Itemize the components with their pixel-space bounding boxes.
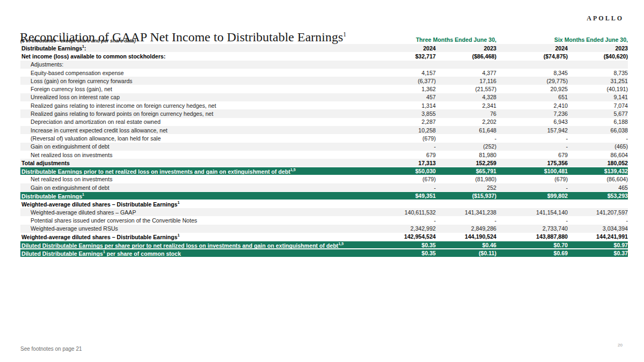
cell-value: 7,236 — [496, 110, 568, 117]
table-row: (Reversal of) valuation allowance, loan … — [20, 134, 628, 142]
cell-value: 143,887,880 — [496, 233, 568, 240]
table-row: Weighted-average diluted shares – Distri… — [20, 200, 628, 208]
cell-value: 175,356 — [496, 160, 568, 166]
row-label: Realized gains relating to interest inco… — [20, 102, 376, 109]
cell-value: $0.69 — [496, 250, 568, 256]
table-row: Distributable Earnings1 $49,351 ($15,937… — [20, 191, 628, 200]
row-label: Gain on extinguishment of debt — [20, 184, 376, 191]
row-label: Distributable Earnings prior to net real… — [20, 168, 376, 175]
row-label: (Reversal of) valuation allowance, loan … — [20, 135, 376, 142]
cell-value: 20,925 — [496, 86, 568, 92]
col-group-six-months: Six Months Ended June 30, — [496, 36, 628, 44]
row-label: Net realized loss on investments — [20, 176, 376, 182]
cell-value: (86,604) — [568, 176, 628, 182]
row-label: Net income (loss) available to common st… — [20, 53, 376, 60]
cell-value: 4,377 — [436, 70, 496, 76]
cell-value: ($74,875) — [496, 53, 568, 60]
table-row: Net realized loss on investments (679) (… — [20, 175, 628, 183]
cell-value: $0.46 — [436, 242, 496, 248]
cell-value: (679) — [496, 176, 568, 182]
row-label: Unrealized loss on interest rate cap — [20, 94, 376, 100]
cell-value: 140,611,532 — [376, 209, 436, 216]
table-row: Distributable Earnings prior to net real… — [20, 167, 628, 175]
cell-value: 10,258 — [376, 127, 436, 134]
cell-value: 2024 — [496, 45, 568, 51]
cell-value: - — [496, 143, 568, 150]
cell-value: ($86,468) — [436, 53, 496, 60]
table-row: Weighted-average unvested RSUs 2,342,992… — [20, 225, 628, 233]
cell-value: $139,432 — [568, 168, 628, 174]
row-label: Weighted-average diluted shares – Distri… — [20, 201, 376, 208]
cell-value: 141,154,140 — [496, 209, 568, 216]
cell-value: 1,314 — [376, 102, 436, 109]
table-row: Foreign currency loss (gain), net 1,362 … — [20, 85, 628, 93]
cell-value: 2,341 — [436, 102, 496, 109]
cell-value: 8,735 — [568, 70, 628, 76]
cell-value: 3,855 — [376, 110, 436, 117]
cell-value: - — [436, 217, 496, 224]
row-label: Total adjustments — [20, 160, 376, 166]
cell-value: $0.35 — [376, 242, 436, 248]
cell-value: - — [436, 135, 496, 142]
row-label: Distributable Earnings1: — [20, 45, 376, 51]
table-row: Weighted-average diluted shares – GAAP 1… — [20, 208, 628, 216]
table-row: Weighted-average diluted shares – Distri… — [20, 233, 628, 241]
col-group-three-months: Three Months Ended June 30, — [376, 36, 496, 44]
cell-value: $99,802 — [496, 193, 568, 199]
table-row: Unrealized loss on interest rate cap 457… — [20, 93, 628, 101]
cell-value: ($40,620) — [568, 53, 628, 60]
table-row: Increase in current expected credit loss… — [20, 126, 628, 134]
cell-value: 4,157 — [376, 70, 436, 76]
cell-value: 651 — [496, 94, 568, 100]
apollo-logo: APOLLO — [587, 14, 624, 23]
cell-value: 3,034,394 — [568, 225, 628, 232]
cell-value: $65,791 — [436, 168, 496, 174]
cell-value: $0.97 — [568, 242, 628, 248]
cell-value: 157,942 — [496, 127, 568, 134]
cell-value: 141,341,238 — [436, 209, 496, 216]
cell-value: 7,074 — [568, 102, 628, 109]
cell-value: 6,943 — [496, 119, 568, 125]
cell-value: (81,980) — [436, 176, 496, 182]
table-row: Equity-based compensation expense 4,157 … — [20, 69, 628, 77]
cell-value: (679) — [376, 176, 436, 182]
cell-value: ($0.11) — [436, 250, 496, 256]
cell-value: 76 — [436, 110, 496, 117]
cell-value: 252 — [436, 184, 496, 191]
row-label: Realized gains relating to forward point… — [20, 110, 376, 117]
row-label: Distributable Earnings1 — [20, 193, 376, 200]
row-label: Weighted-average diluted shares – GAAP — [20, 209, 376, 216]
cell-value: 2023 — [568, 45, 628, 51]
cell-value: - — [568, 135, 628, 142]
cell-value: 142,954,524 — [376, 233, 436, 240]
cell-value: (40,191) — [568, 86, 628, 92]
cell-value: (465) — [568, 143, 628, 150]
row-label: Adjustments: — [20, 61, 376, 68]
table-row: Net realized loss on investments 679 81,… — [20, 151, 628, 159]
units-note: ($ in thousands - except share and per s… — [20, 38, 376, 44]
row-label: Equity-based compensation expense — [20, 70, 376, 76]
cell-value: 6,188 — [568, 119, 628, 125]
cell-value: $32,717 — [376, 53, 436, 60]
cell-value: 66,038 — [568, 127, 628, 134]
cell-value: 2024 — [376, 45, 436, 51]
table-row: Net income (loss) available to common st… — [20, 52, 628, 60]
cell-value: $0.35 — [376, 250, 436, 256]
row-label: Net realized loss on investments — [20, 152, 376, 158]
cell-value: 2,410 — [496, 102, 568, 109]
cell-value: 2,849,286 — [436, 225, 496, 232]
cell-value: - — [376, 217, 436, 224]
row-label: Weighted-average diluted shares – Distri… — [20, 233, 376, 240]
row-label: Increase in current expected credit loss… — [20, 127, 376, 134]
table-row: Realized gains relating to interest inco… — [20, 101, 628, 109]
cell-value: 679 — [496, 152, 568, 158]
table-row: Gain on extinguishment of debt - (252) -… — [20, 143, 628, 151]
table-row: Distributable Earnings1: 2024 2023 2024 … — [20, 44, 628, 52]
cell-value: 9,141 — [568, 94, 628, 100]
cell-value: 465 — [568, 184, 628, 191]
cell-value: $53,293 — [568, 193, 628, 199]
cell-value: - — [376, 143, 436, 150]
cell-value: 152,259 — [436, 160, 496, 166]
cell-value: 81,980 — [436, 152, 496, 158]
table-body: Distributable Earnings1: 2024 2023 2024 … — [20, 44, 628, 257]
